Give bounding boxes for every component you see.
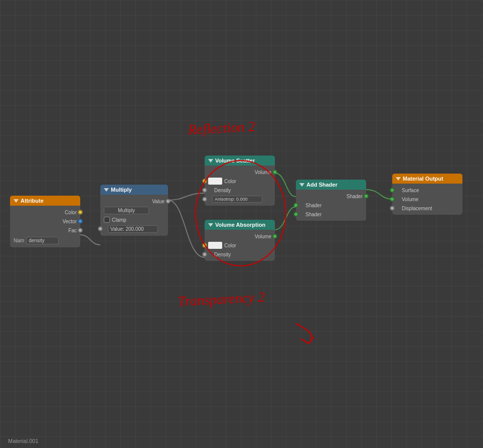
volume-absorption-header: Volume Absorption: [205, 220, 275, 230]
material-output-title: Material Output: [403, 176, 443, 182]
multiply-node: Multiply Value Multiply Clamp Value: 200…: [100, 185, 168, 236]
add-shader-title: Add Shader: [306, 182, 338, 188]
material-label: Material.001: [8, 438, 39, 444]
annotation-transparency: Transparency 2: [178, 289, 265, 309]
annotation-reflection: Reflection 2: [187, 118, 256, 137]
multiply-node-header: Multiply: [100, 185, 168, 195]
multiply-value-row: Value: [100, 197, 168, 206]
mat-output-displacement-socket[interactable]: [390, 206, 395, 211]
add-shader-shader1-label: Shader: [305, 203, 321, 208]
attribute-node-title: Attribute: [21, 198, 44, 204]
vol-scatter-color-socket[interactable]: [202, 179, 207, 184]
attribute-name-row: Nam density: [10, 236, 80, 245]
mat-output-surface-row: Surface: [392, 186, 462, 195]
add-shader-shader2-label: Shader: [305, 212, 321, 217]
volume-absorption-body: Volume Color Density: [205, 230, 275, 261]
vol-abs-color-preview[interactable]: [208, 242, 222, 249]
vol-scatter-aniso-socket[interactable]: [202, 197, 207, 202]
vol-scatter-color-preview[interactable]: [208, 178, 222, 185]
multiply-value-output-socket[interactable]: [166, 199, 171, 204]
volume-scatter-node: Volume Scatter Volume Color Density Anis…: [205, 156, 275, 206]
vol-scatter-aniso-row: Anisotrop: 0.000: [205, 195, 275, 204]
volume-absorption-node: Volume Absorption Volume Color Density: [205, 220, 275, 261]
collapse-triangle-addshader[interactable]: [299, 183, 304, 187]
add-shader-output-row: Shader: [296, 192, 366, 201]
attribute-vector-row: Vector: [10, 217, 80, 226]
attribute-name-input[interactable]: density: [26, 237, 59, 244]
add-shader-output-label: Shader: [347, 194, 363, 199]
attribute-color-row: Color: [10, 208, 80, 217]
attribute-fac-row: Fac: [10, 226, 80, 235]
attribute-node: Attribute Color Vector Fac Nam density: [10, 196, 80, 247]
collapse-triangle-multiply[interactable]: [104, 188, 109, 192]
vol-scatter-aniso-field[interactable]: Anisotrop: 0.000: [212, 196, 262, 203]
volume-absorption-title: Volume Absorption: [215, 222, 265, 228]
vol-scatter-volume-socket[interactable]: [272, 170, 277, 175]
vol-abs-density-row: Density: [205, 250, 275, 259]
add-shader-output-socket[interactable]: [364, 194, 369, 199]
multiply-clamp-label: Clamp: [112, 217, 126, 223]
collapse-triangle[interactable]: [14, 199, 19, 203]
mat-output-volume-socket[interactable]: [390, 197, 395, 202]
volume-scatter-body: Volume Color Density Anisotrop: 0.000: [205, 166, 275, 206]
multiply-value-field[interactable]: Value: 200.000: [108, 225, 158, 233]
mat-output-displacement-row: Displacement: [392, 204, 462, 213]
add-shader-body: Shader Shader Shader: [296, 190, 366, 221]
add-shader-shader1-socket[interactable]: [293, 203, 298, 208]
vol-abs-volume-socket[interactable]: [272, 234, 277, 239]
vol-scatter-density-row: Density: [205, 186, 275, 195]
material-output-body: Surface Volume Displacement: [392, 184, 462, 215]
material-output-header: Material Output: [392, 174, 462, 184]
multiply-clamp-checkbox[interactable]: [104, 217, 110, 223]
add-shader-shader2-row: Shader: [296, 210, 366, 219]
vol-abs-volume-label: Volume: [255, 234, 271, 239]
multiply-node-body: Value Multiply Clamp Value: 200.000: [100, 195, 168, 236]
attribute-node-header: Attribute: [10, 196, 80, 206]
attribute-color-socket[interactable]: [78, 210, 83, 215]
mat-output-displacement-label: Displacement: [402, 206, 432, 211]
attribute-vector-socket[interactable]: [78, 219, 83, 224]
vol-scatter-density-label: Density: [214, 188, 231, 193]
mat-output-volume-row: Volume: [392, 195, 462, 204]
multiply-operation-row: Multiply: [100, 206, 168, 215]
add-shader-shader2-socket[interactable]: [293, 212, 298, 217]
attribute-fac-socket[interactable]: [78, 228, 83, 233]
collapse-triangle-absorption[interactable]: [208, 223, 213, 227]
volume-scatter-title: Volume Scatter: [215, 158, 255, 164]
vol-abs-color-row: Color: [205, 241, 275, 250]
mat-output-surface-socket[interactable]: [390, 188, 395, 193]
vol-scatter-volume-label: Volume: [255, 170, 271, 175]
vol-scatter-density-socket[interactable]: [202, 188, 207, 193]
mat-output-surface-label: Surface: [402, 188, 419, 193]
multiply-value-input-socket[interactable]: [98, 226, 103, 231]
mat-output-volume-label: Volume: [402, 197, 418, 202]
collapse-triangle-scatter[interactable]: [208, 159, 213, 163]
attribute-color-label: Color: [65, 210, 77, 215]
vol-abs-density-socket[interactable]: [202, 252, 207, 257]
add-shader-header: Add Shader: [296, 180, 366, 190]
attribute-fac-label: Fac: [68, 228, 77, 233]
volume-scatter-header: Volume Scatter: [205, 156, 275, 166]
collapse-triangle-output[interactable]: [396, 177, 401, 181]
vol-abs-volume-row: Volume: [205, 232, 275, 241]
vol-scatter-color-row: Color: [205, 177, 275, 186]
vol-abs-density-label: Density: [214, 252, 231, 257]
material-output-node: Material Output Surface Volume Displacem…: [392, 174, 462, 215]
multiply-clamp-row: Clamp: [100, 215, 168, 224]
attribute-nam-label: Nam: [14, 238, 24, 243]
attribute-node-body: Color Vector Fac Nam density: [10, 206, 80, 247]
vol-abs-color-socket[interactable]: [202, 243, 207, 248]
multiply-operation-dropdown[interactable]: Multiply: [104, 207, 149, 214]
multiply-value-input-row: Value: 200.000: [100, 224, 168, 234]
multiply-value-label: Value: [152, 199, 165, 204]
add-shader-shader1-row: Shader: [296, 201, 366, 210]
vol-abs-color-label: Color: [224, 243, 236, 248]
add-shader-node: Add Shader Shader Shader Shader: [296, 180, 366, 221]
vol-scatter-volume-row: Volume: [205, 168, 275, 177]
attribute-vector-label: Vector: [63, 219, 77, 224]
vol-scatter-color-label: Color: [224, 179, 236, 184]
multiply-node-title: Multiply: [111, 187, 132, 193]
